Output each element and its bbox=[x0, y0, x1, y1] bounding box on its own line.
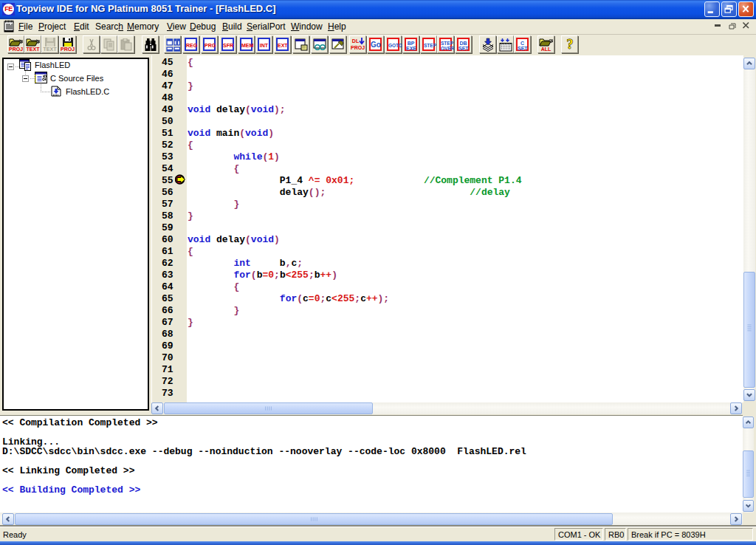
svg-text:?: ? bbox=[567, 37, 574, 52]
